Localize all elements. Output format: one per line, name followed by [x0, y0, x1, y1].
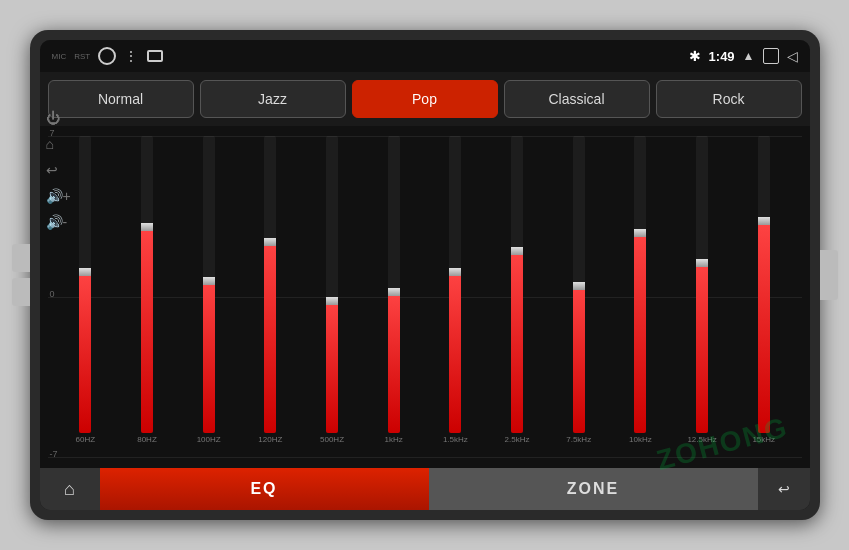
eq-handle-120HZ[interactable] [264, 238, 276, 246]
eq-band-2.5kHz[interactable]: 2.5kHz [487, 136, 547, 444]
eq-handle-1kHz[interactable] [388, 288, 400, 296]
status-left: MIC RST ⋮ [52, 47, 164, 65]
preset-btn-jazz[interactable]: Jazz [200, 80, 346, 118]
eq-band-500HZ[interactable]: 500HZ [302, 136, 362, 444]
eq-band-10kHz[interactable]: 10kHz [611, 136, 671, 444]
eq-handle-60HZ[interactable] [79, 268, 91, 276]
volume-down-icon[interactable]: 🔊- [46, 214, 71, 230]
menu-dots-icon[interactable]: ⋮ [124, 48, 139, 64]
eq-band-7.5kHz[interactable]: 7.5kHz [549, 136, 609, 444]
freq-label-100HZ: 100HZ [197, 435, 221, 444]
preset-btn-classical[interactable]: Classical [504, 80, 650, 118]
eq-handle-80HZ[interactable] [141, 223, 153, 231]
freq-label-120HZ: 120HZ [258, 435, 282, 444]
eq-band-100HZ[interactable]: 100HZ [179, 136, 239, 444]
eq-label: EQ [250, 480, 277, 498]
freq-label-12.5kHz: 12.5kHz [687, 435, 716, 444]
side-buttons-left [12, 244, 30, 306]
eq-handle-100HZ[interactable] [203, 277, 215, 285]
eq-band-15kHz[interactable]: 15kHz [734, 136, 794, 444]
side-buttons-right [820, 250, 838, 300]
freq-label-1.5kHz: 1.5kHz [443, 435, 468, 444]
home-icon: ⌂ [64, 479, 75, 500]
eq-band-1kHz[interactable]: 1kHz [364, 136, 424, 444]
image-icon[interactable] [147, 50, 163, 62]
window-icon [763, 48, 779, 64]
eq-display: 7 0 -7 60HZ80HZ100HZ120HZ500HZ1kHz1.5kHz… [40, 126, 810, 468]
freq-label-7.5kHz: 7.5kHz [566, 435, 591, 444]
eq-band-80HZ[interactable]: 80HZ [117, 136, 177, 444]
bottom-bar: ⌂ EQ ZONE ↩ [40, 468, 810, 510]
back-icon: ↩ [778, 481, 790, 497]
preset-btn-pop[interactable]: Pop [352, 80, 498, 118]
side-button-right[interactable] [820, 250, 838, 300]
side-button-2[interactable] [12, 278, 30, 306]
back-nav-icon[interactable]: ↩ [46, 162, 71, 178]
eq-band-1.5kHz[interactable]: 1.5kHz [426, 136, 486, 444]
home-button[interactable]: ⌂ [40, 468, 100, 510]
eject-icon: ▲ [743, 49, 755, 63]
status-time: 1:49 [709, 49, 735, 64]
device-bezel: MIC RST ⋮ ✱ 1:49 ▲ ◁ ⏻ ⌂ ↩ 🔊+ 🔊- [30, 30, 820, 520]
volume-up-icon[interactable]: 🔊+ [46, 188, 71, 204]
eq-handle-10kHz[interactable] [634, 229, 646, 237]
freq-label-2.5kHz: 2.5kHz [505, 435, 530, 444]
eq-bars-container: 60HZ80HZ100HZ120HZ500HZ1kHz1.5kHz2.5kHz7… [48, 126, 802, 468]
eq-handle-500HZ[interactable] [326, 297, 338, 305]
freq-label-80HZ: 80HZ [137, 435, 157, 444]
eq-handle-7.5kHz[interactable] [573, 282, 585, 290]
back-arrow-icon[interactable]: ◁ [787, 48, 798, 64]
freq-label-1kHz: 1kHz [385, 435, 403, 444]
eq-band-120HZ[interactable]: 120HZ [241, 136, 301, 444]
bluetooth-icon: ✱ [689, 48, 701, 64]
power-icon[interactable]: ⏻ [46, 110, 71, 126]
main-content: ⏻ ⌂ ↩ 🔊+ 🔊- NormalJazzPopClassicalRock 7… [40, 72, 810, 510]
mic-label: MIC [52, 52, 67, 61]
rst-label: RST [74, 52, 90, 61]
preset-bar: NormalJazzPopClassicalRock [40, 72, 810, 126]
status-bar: MIC RST ⋮ ✱ 1:49 ▲ ◁ [40, 40, 810, 72]
zone-button[interactable]: ZONE [429, 468, 758, 510]
eq-button[interactable]: EQ [100, 468, 429, 510]
home-nav-icon[interactable]: ⌂ [46, 136, 71, 152]
eq-handle-1.5kHz[interactable] [449, 268, 461, 276]
left-nav-icons: ⏻ ⌂ ↩ 🔊+ 🔊- [46, 110, 71, 230]
eq-handle-12.5kHz[interactable] [696, 259, 708, 267]
freq-label-15kHz: 15kHz [752, 435, 775, 444]
freq-label-10kHz: 10kHz [629, 435, 652, 444]
preset-btn-rock[interactable]: Rock [656, 80, 802, 118]
eq-handle-2.5kHz[interactable] [511, 247, 523, 255]
zone-label: ZONE [567, 480, 619, 498]
freq-label-60HZ: 60HZ [76, 435, 96, 444]
back-button[interactable]: ↩ [758, 468, 810, 510]
circle-icon[interactable] [98, 47, 116, 65]
eq-handle-15kHz[interactable] [758, 217, 770, 225]
screen: MIC RST ⋮ ✱ 1:49 ▲ ◁ ⏻ ⌂ ↩ 🔊+ 🔊- [40, 40, 810, 510]
eq-band-12.5kHz[interactable]: 12.5kHz [672, 136, 732, 444]
freq-label-500HZ: 500HZ [320, 435, 344, 444]
side-button-1[interactable] [12, 244, 30, 272]
status-right: ✱ 1:49 ▲ ◁ [689, 48, 798, 64]
